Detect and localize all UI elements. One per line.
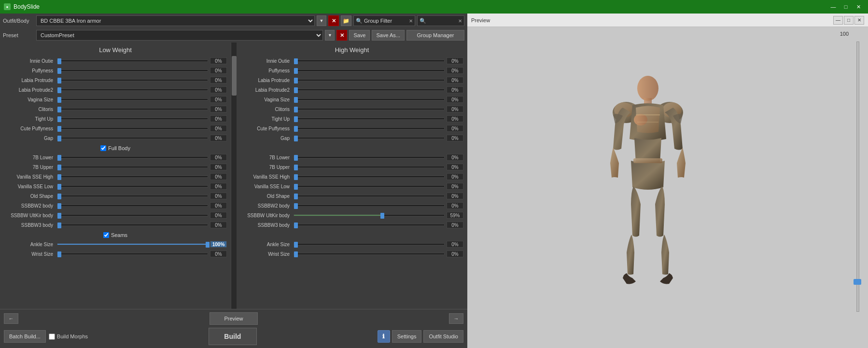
vertical-scrollbar[interactable] — [231, 42, 237, 309]
lw-seams-checkbox[interactable] — [103, 232, 109, 238]
minimize-button[interactable]: — — [827, 2, 839, 12]
preview-vertical-slider-area[interactable] — [856, 42, 859, 312]
settings-button[interactable]: Settings — [392, 330, 422, 343]
build-morphs-checkbox[interactable] — [49, 334, 55, 340]
lw-cute-puffyness-track[interactable] — [57, 125, 208, 132]
lw-seams-section: Seams — [4, 230, 227, 240]
preset-clear-button[interactable]: ✕ — [336, 30, 347, 41]
hw-labia-protrude-label: Labia Protrude — [240, 78, 294, 83]
group-filter-search[interactable]: 🔍 ✕ — [353, 15, 415, 26]
lw-ssbbw3-body-value: 0% — [210, 222, 227, 228]
hw-innie-outie-row: Innie Outie 0% — [240, 56, 463, 65]
svg-point-6 — [634, 114, 647, 125]
lw-7b-lower-row: 7B Lower 0% — [4, 153, 227, 162]
search-icon: 🔍 — [356, 18, 363, 24]
lw-fullbody-label: Full Body — [108, 145, 130, 151]
outfit-folder-button[interactable]: 📁 — [341, 15, 351, 26]
lw-clitoris-track[interactable] — [57, 106, 208, 112]
preview-panel: Preview — □ ✕ 100 — [467, 14, 868, 348]
lw-innie-outie-track[interactable] — [57, 57, 208, 64]
hw-vanilla-sse-high-row: Vanilla SSE High 0% — [240, 172, 463, 181]
hw-ssbbw2-body-value: 0% — [447, 202, 463, 209]
lw-vagina-size-row: Vagina Size 0% — [4, 95, 227, 104]
lw-gap-value: 0% — [210, 135, 227, 141]
outfit-search-icon: 🔍 — [420, 18, 426, 24]
info-button[interactable]: ℹ — [378, 330, 390, 343]
arrow-left-button[interactable]: ← — [4, 313, 18, 324]
hw-old-shape-label: Old Shape — [240, 194, 294, 199]
outfit-combo-arrow[interactable]: ▼ — [317, 15, 326, 26]
lw-fullbody-section: Full Body — [4, 143, 227, 153]
lw-ssbbw2-body-row: SSBBW2 body 0% — [4, 201, 227, 210]
lw-tight-up-track[interactable] — [57, 115, 208, 122]
hw-cute-puffyness-value: 0% — [447, 125, 463, 132]
preview-maximize[interactable]: □ — [844, 16, 854, 25]
arrow-right-button[interactable]: → — [449, 313, 463, 324]
outfit-search-input[interactable]: iron — [428, 18, 457, 24]
batch-build-button[interactable]: Batch Build... — [4, 330, 46, 343]
build-morphs-label[interactable]: Build Morphs — [49, 334, 88, 340]
preset-combo-arrow[interactable]: ▼ — [325, 30, 335, 41]
lw-ankle-size-value: 100% — [210, 241, 227, 248]
hw-gap-label: Gap — [240, 136, 294, 141]
low-weight-sliders-group: Innie Outie 0% Puffyness 0% — [4, 56, 227, 142]
lw-labia-protrude-track[interactable] — [57, 77, 208, 84]
lw-ssbbw2-body-value: 0% — [210, 202, 227, 209]
lw-ankle-size-label: Ankle Size — [4, 242, 57, 247]
high-weight-header: High Weight — [240, 44, 463, 56]
lw-fullbody-checkbox[interactable] — [100, 145, 106, 151]
preset-combo[interactable]: CustomPreset — [36, 30, 323, 41]
save-as-button[interactable]: Save As... — [372, 30, 405, 41]
lw-labia-protrude2-track[interactable] — [57, 86, 208, 93]
preview-vertical-track[interactable] — [856, 42, 859, 312]
outfit-search-clear[interactable]: ✕ — [458, 18, 462, 24]
lw-clitoris-label: Clitoris — [4, 107, 57, 112]
hw-labia-protrude-row: Labia Protrude 0% — [240, 76, 463, 84]
preview-button[interactable]: Preview — [210, 312, 258, 325]
hw-vanilla-sse-low-label: Vanilla SSE Low — [240, 184, 294, 189]
outfit-clear-button[interactable]: ✕ — [328, 15, 339, 26]
scrollbar-thumb[interactable] — [232, 56, 237, 96]
lw-labia-protrude2-value: 0% — [210, 86, 227, 93]
group-filter-input[interactable] — [364, 18, 407, 24]
lw-old-shape-label: Old Shape — [4, 194, 57, 199]
lw-puffyness-track[interactable] — [57, 67, 208, 74]
lw-vagina-size-track[interactable] — [57, 96, 208, 103]
save-button[interactable]: Save — [349, 30, 370, 41]
hw-ankle-size-row: Ankle Size 0% — [240, 240, 463, 249]
preview-close[interactable]: ✕ — [854, 16, 864, 25]
hw-vagina-size-label: Vagina Size — [240, 97, 294, 102]
hw-ankle-size-value: 0% — [447, 241, 463, 248]
lw-gap-track[interactable] — [57, 135, 208, 141]
preview-window-controls: — □ ✕ — [833, 16, 864, 25]
preview-minimize[interactable]: — — [833, 16, 843, 25]
hw-ssbbw3-body-value: 0% — [447, 222, 463, 228]
preview-vertical-thumb[interactable] — [854, 279, 861, 285]
lw-labia-protrude-label: Labia Protrude — [4, 78, 57, 83]
preview-title: Preview — [471, 17, 490, 23]
hw-vanilla-sse-high-value: 0% — [447, 173, 463, 180]
lw-cute-puffyness-label: Cute Puffyness — [4, 126, 57, 131]
lw-ssbbw3-body-row: SSBBW3 body 0% — [4, 221, 227, 229]
lw-vanilla-sse-low-label: Vanilla SSE Low — [4, 184, 57, 189]
maximize-button[interactable]: □ — [840, 2, 852, 12]
title-bar-controls: — □ ✕ — [827, 2, 864, 12]
lw-labia-protrude-value: 0% — [210, 77, 227, 84]
lw-wrist-size-value: 0% — [210, 251, 227, 257]
group-manager-button[interactable]: Group Manager — [406, 30, 464, 41]
lw-7b-upper-label: 7B Upper — [4, 165, 57, 170]
preview-content: 100 — [467, 27, 868, 348]
preview-value-display: 100 — [840, 31, 849, 37]
outfit-search[interactable]: 🔍 iron ✕ — [417, 15, 464, 26]
outfit-studio-button[interactable]: Outfit Studio — [423, 330, 463, 343]
outfit-toolbar-row: Outfit/Body BD CBBE 3BA Iron armor ▼ ✕ 📁… — [0, 14, 467, 28]
hw-7b-upper-value: 0% — [447, 164, 463, 170]
outfit-combo[interactable]: BD CBBE 3BA Iron armor — [36, 15, 315, 26]
build-button[interactable]: Build — [209, 328, 257, 345]
group-filter-clear[interactable]: ✕ — [409, 18, 413, 24]
close-button[interactable]: ✕ — [853, 2, 864, 12]
lw-vanilla-sse-high-value: 0% — [210, 173, 227, 180]
hw-7b-lower-row: 7B Lower 0% — [240, 153, 463, 162]
hw-ssbbw-ultkir-value: 59% — [447, 212, 463, 219]
hw-vanilla-sse-low-row: Vanilla SSE Low 0% — [240, 182, 463, 191]
